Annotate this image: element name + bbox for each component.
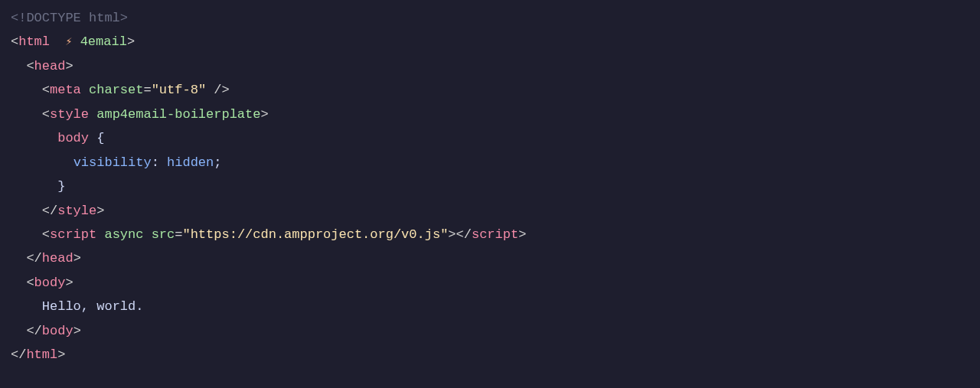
semicolon: ; <box>214 155 221 170</box>
tag-head: head <box>34 59 66 73</box>
tag-script-close: script <box>472 227 518 242</box>
code-line-3: <head> <box>11 54 969 78</box>
property-visibility: visibility <box>74 155 152 170</box>
bracket-open: < <box>42 107 50 122</box>
bracket-close: > <box>57 347 65 362</box>
code-line-6: body { <box>11 126 969 150</box>
bracket-open: </ <box>26 251 41 266</box>
space <box>89 131 96 145</box>
bracket-open: < <box>26 59 34 73</box>
bracket-open: < <box>26 276 34 290</box>
quote: " <box>152 83 159 97</box>
code-line-11: </head> <box>11 246 969 270</box>
code-line-5: <style amp4email-boilerplate> <box>11 103 969 126</box>
equals: = <box>143 83 151 97</box>
indent <box>11 179 57 194</box>
self-close: /> <box>206 83 230 97</box>
bracket-close: > <box>74 251 81 266</box>
tag-html-close: html <box>26 347 57 362</box>
text-hello-world: Hello, world. <box>42 299 144 314</box>
attr-boilerplate: amp4email-boilerplate <box>96 107 260 122</box>
code-line-10: <script async src="https://cdn.ampprojec… <box>11 223 969 246</box>
bracket-close: > <box>65 276 73 290</box>
indent <box>11 251 26 266</box>
doctype-close: > <box>120 11 128 25</box>
tag-body: body <box>34 276 66 290</box>
bracket-close: > <box>127 34 135 49</box>
code-line-14: </body> <box>11 319 969 343</box>
attr-src: src <box>152 227 175 242</box>
brace-open: { <box>96 131 104 145</box>
tag-body-close: body <box>42 324 74 338</box>
space <box>81 83 89 97</box>
quote: " <box>182 227 190 242</box>
indent <box>11 227 42 242</box>
string-utf8: utf-8 <box>159 83 198 97</box>
bracket-open: < <box>11 34 18 49</box>
code-line-7: visibility: hidden; <box>11 151 969 174</box>
tag-meta: meta <box>50 83 81 97</box>
brace-close: } <box>57 179 65 194</box>
indent <box>11 204 42 218</box>
bracket-open: < <box>42 227 50 242</box>
tag-head-close: head <box>42 251 74 266</box>
tag-style: style <box>50 107 89 122</box>
attr-charset: charset <box>89 83 143 97</box>
indent <box>11 83 42 97</box>
bracket-close: > <box>448 227 456 242</box>
bracket-open: </ <box>456 227 472 242</box>
tag-html: html <box>18 34 50 49</box>
bracket-open: < <box>42 83 50 97</box>
code-line-2: <html ⚡ 4email> <box>11 30 969 54</box>
bracket-close: > <box>260 107 268 122</box>
string-url: https://cdn.ampproject.org/v0.js <box>191 227 440 242</box>
indent <box>11 299 42 314</box>
code-line-8: } <box>11 174 969 198</box>
space <box>89 107 96 122</box>
bracket-open: </ <box>26 324 41 338</box>
code-line-4: <meta charset="utf-8" /> <box>11 78 969 102</box>
value-hidden: hidden <box>167 155 214 170</box>
selector-body: body <box>57 131 89 145</box>
indent <box>11 131 57 145</box>
bracket-close: > <box>74 324 81 338</box>
indent <box>11 276 26 290</box>
indent <box>11 155 74 170</box>
indent <box>11 107 42 122</box>
colon: : <box>152 155 167 170</box>
code-line-12: <body> <box>11 271 969 295</box>
code-line-15: </html> <box>11 343 969 367</box>
bracket-open: </ <box>42 204 57 218</box>
doctype-text: DOCTYPE html <box>26 11 119 25</box>
doctype-open: <! <box>11 11 26 25</box>
space-small <box>72 34 80 49</box>
tag-script: script <box>50 227 96 242</box>
bracket-open: </ <box>11 347 26 362</box>
equals: = <box>175 227 182 242</box>
attr-async: async <box>104 227 143 242</box>
bracket-close: > <box>65 59 73 73</box>
indent <box>11 324 26 338</box>
code-line-1: <!DOCTYPE html> <box>11 6 969 30</box>
code-editor: <!DOCTYPE html> <html ⚡ 4email> <head> <… <box>11 6 969 367</box>
bracket-close: > <box>518 227 526 242</box>
tag-style-close: style <box>57 204 96 218</box>
quote: " <box>198 83 206 97</box>
space <box>50 34 65 49</box>
code-line-9: </style> <box>11 199 969 223</box>
space <box>143 227 151 242</box>
code-line-13: Hello, world. <box>11 295 969 318</box>
quote: " <box>440 227 448 242</box>
indent <box>11 59 26 73</box>
bracket-close: > <box>96 204 104 218</box>
space <box>96 227 104 242</box>
attr-4email: 4email <box>80 34 127 49</box>
